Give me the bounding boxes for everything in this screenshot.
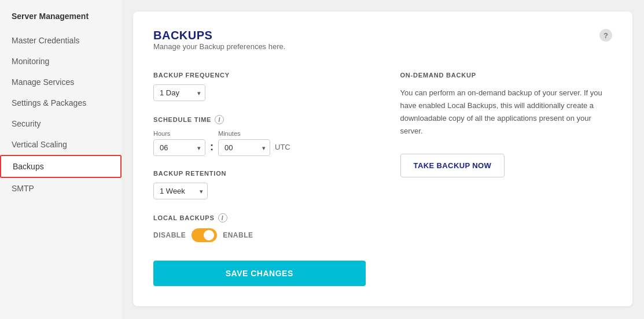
hours-group: Hours 06 07 08 09 10	[153, 130, 205, 156]
local-backups-label: LOCAL BACKUPS i	[153, 213, 366, 222]
disable-label: DISABLE	[153, 231, 186, 239]
backup-frequency-section: BACKUP FREQUENCY 1 Day 2 Days 3 Days 7 D…	[153, 72, 366, 101]
schedule-time-label: SCHEDULE TIME i	[153, 115, 366, 124]
backups-card: BACKUPS Manage your Backup preferences h…	[133, 12, 632, 306]
backup-retention-section: BACKUP RETENTION 1 Week 2 Weeks 1 Month …	[153, 170, 366, 199]
page-title: BACKUPS Manage your Backup preferences h…	[153, 29, 285, 67]
help-icon[interactable]: ?	[599, 29, 612, 42]
backup-frequency-select[interactable]: 1 Day 2 Days 3 Days 7 Days	[153, 84, 205, 101]
backup-retention-select[interactable]: 1 Week 2 Weeks 1 Month 3 Months	[153, 183, 208, 199]
save-changes-button[interactable]: SAVE CHANGES	[153, 261, 366, 286]
sidebar-item-smtp[interactable]: SMTP	[0, 178, 122, 199]
backup-retention-wrapper[interactable]: 1 Week 2 Weeks 1 Month 3 Months	[153, 183, 208, 199]
backup-frequency-wrapper[interactable]: 1 Day 2 Days 3 Days 7 Days	[153, 84, 205, 101]
local-backups-toggle[interactable]	[192, 228, 217, 242]
take-backup-now-button[interactable]: TAKE BACKUP NOW	[400, 154, 505, 177]
sidebar-item-backups[interactable]: Backups	[0, 155, 122, 178]
on-demand-description: You can perform an on-demand backup of y…	[400, 87, 613, 138]
time-separator: :	[210, 141, 214, 153]
hours-label: Hours	[153, 130, 205, 137]
sidebar-title: Server Management	[0, 12, 122, 30]
card-body: BACKUP FREQUENCY 1 Day 2 Days 3 Days 7 D…	[153, 72, 612, 286]
schedule-time-section: SCHEDULE TIME i Hours 06 07 08 09	[153, 115, 366, 156]
sidebar-item-security[interactable]: Security	[0, 113, 122, 134]
hours-select[interactable]: 06 07 08 09 10	[153, 139, 205, 156]
timezone-label: UTC	[275, 143, 290, 151]
right-column: ON-DEMAND BACKUP You can perform an on-d…	[389, 72, 613, 286]
hours-wrapper[interactable]: 06 07 08 09 10	[153, 139, 205, 156]
schedule-time-row: Hours 06 07 08 09 10	[153, 130, 366, 156]
schedule-time-info-icon[interactable]: i	[215, 115, 224, 124]
minutes-group: Minutes 00 15 30 45	[218, 130, 270, 156]
card-header: BACKUPS Manage your Backup preferences h…	[153, 29, 612, 67]
sidebar-item-settings-packages[interactable]: Settings & Packages	[0, 92, 122, 113]
minutes-select[interactable]: 00 15 30 45	[218, 139, 270, 156]
local-backups-info-icon[interactable]: i	[218, 213, 227, 222]
toggle-slider	[192, 228, 217, 242]
sidebar-item-monitoring[interactable]: Monitoring	[0, 51, 122, 72]
enable-label: ENABLE	[223, 231, 253, 239]
sidebar: Server Management Master Credentials Mon…	[0, 0, 122, 319]
backup-retention-label: BACKUP RETENTION	[153, 170, 366, 177]
sidebar-item-master-credentials[interactable]: Master Credentials	[0, 30, 122, 51]
local-backups-section: LOCAL BACKUPS i DISABLE ENABLE	[153, 213, 366, 242]
minutes-label: Minutes	[218, 130, 270, 137]
minutes-wrapper[interactable]: 00 15 30 45	[218, 139, 270, 156]
sidebar-item-manage-services[interactable]: Manage Services	[0, 72, 122, 92]
sidebar-item-vertical-scaling[interactable]: Vertical Scaling	[0, 134, 122, 155]
on-demand-title: ON-DEMAND BACKUP	[400, 72, 613, 79]
backup-frequency-label: BACKUP FREQUENCY	[153, 72, 366, 79]
main-content: BACKUPS Manage your Backup preferences h…	[122, 0, 644, 319]
left-column: BACKUP FREQUENCY 1 Day 2 Days 3 Days 7 D…	[153, 72, 366, 286]
local-backups-toggle-row: DISABLE ENABLE	[153, 228, 366, 242]
